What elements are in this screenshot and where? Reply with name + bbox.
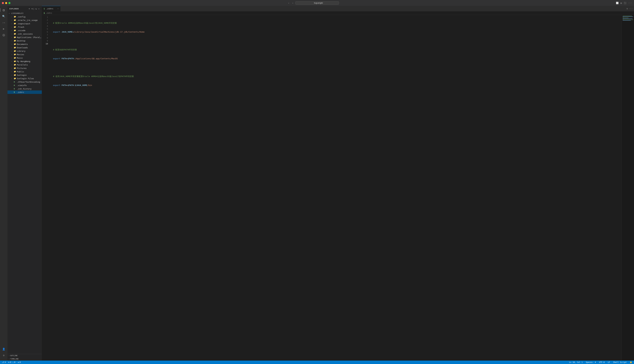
more-actions-icon[interactable]: ··· — [628, 2, 632, 4]
activity-item-settings[interactable]: ⚙ — [1, 352, 6, 358]
tree-item-zshrc[interactable]: › $ .zshrc — [8, 90, 42, 94]
split-editor-button[interactable]: ⊟ — [627, 8, 628, 10]
new-folder-icon[interactable]: +□ — [31, 7, 35, 10]
code-editor[interactable]: 1 2 3 4 5 6 7 8 9 10 # 配置Oracle ARM64位架构… — [42, 15, 634, 360]
tab-zshrc[interactable]: $ .zshrc × — [42, 6, 60, 11]
remote-status[interactable]: ⇄ 0 — [17, 361, 21, 364]
code-line-2: export JAVA_HOME=/Library/Java/JavaVirtu… — [50, 30, 622, 33]
tree-item-public[interactable]: › 📁 Public — [8, 70, 42, 73]
folder-icon: 📁 — [14, 53, 16, 56]
root-folder-label: LIUGUANGLEI — [11, 12, 42, 14]
close-button[interactable] — [2, 2, 4, 4]
activity-item-source-control[interactable]: ⧴ — [1, 20, 6, 25]
folder-icon: 📁 — [14, 74, 16, 76]
sidebar-header: EXPLORER + +□ ↻ – — [8, 6, 42, 12]
folder-arrow: › — [11, 26, 14, 28]
folder-arrow: › — [11, 36, 14, 38]
code-content[interactable]: # 配置Oracle ARM64位架构macOS版Java17的JAVA_HOM… — [50, 15, 622, 360]
language-label: Shell Script — [613, 361, 627, 364]
tree-item-documents[interactable]: › 📁 Documents — [8, 42, 42, 46]
tree-item-movies[interactable]: › 📁 Movies — [8, 53, 42, 56]
code-line-1: # 配置Oracle ARM64位架构macOS版Java17的JAVA_HOM… — [50, 22, 622, 24]
layout-sidebar-icon[interactable]: ⬛ — [624, 2, 626, 4]
more-actions-button[interactable]: ··· — [629, 8, 633, 10]
folder-arrow: › — [11, 50, 14, 52]
folder-label: .vscode — [17, 29, 42, 32]
folder-arrow: › — [11, 71, 14, 72]
keyword-export-2: export — [53, 57, 62, 60]
position-status[interactable]: Ln 10, Col 1 — [568, 361, 583, 364]
folder-icon: 📁 — [14, 50, 16, 52]
timeline-section[interactable]: › TIMELINE — [8, 357, 42, 360]
line-num-6: 6 — [46, 30, 48, 33]
tree-item-sunlogin[interactable]: › 📁 Sunlogin — [8, 73, 42, 77]
layout-icon[interactable]: ▤ — [620, 2, 622, 4]
tree-item-cfusertextencoding[interactable]: › ≡ .CFUserTextEncoding — [8, 80, 42, 84]
settings-icon: ⚙ — [3, 354, 4, 357]
tree-item-applications-parallels[interactable]: › 📁 Applications (Parallels) — [8, 36, 42, 39]
app-body: ◻ 🔍 ⧴ ▶ ⨁ 👤 ⚙ EXPLORER + + — [0, 6, 634, 360]
activity-item-extensions[interactable]: ⨁ — [1, 32, 6, 38]
global-search-input[interactable] — [295, 1, 339, 5]
spaces-status[interactable]: Spaces: 4 — [585, 361, 596, 364]
folder-label: Downloads — [17, 46, 42, 49]
tree-item-oracle[interactable]: › 📁 .oracle_jre_usage — [8, 18, 42, 22]
tree-item-sogou[interactable]: › 📁 .sogouinput — [8, 22, 42, 25]
tree-item-downloads[interactable]: › 📁 Downloads — [8, 46, 42, 49]
refresh-icon[interactable]: ↻ — [35, 7, 37, 10]
root-folder[interactable]: ▾ LIUGUANGLEI — [8, 12, 42, 15]
branch-status[interactable]: ⎇ X — [1, 361, 6, 364]
tree-item-sunlogin-files[interactable]: › 📁 Sunlogin Files — [8, 77, 42, 80]
folder-arrow: › — [11, 19, 14, 21]
tree-item-viminfo[interactable]: › ≡ .viminfo — [8, 84, 42, 87]
tree-item-zsh-sessions[interactable]: › 📁 .zsh_sessions — [8, 32, 42, 36]
tab-close-button[interactable]: × — [58, 8, 58, 10]
search-container: 🔍 — [295, 1, 339, 5]
activity-item-search[interactable]: 🔍 — [1, 14, 6, 19]
new-file-icon[interactable]: + — [28, 7, 30, 10]
line-num-7: 7 — [46, 33, 48, 36]
notification-status[interactable]: 🔔 — [629, 361, 633, 364]
activity-item-account[interactable]: 👤 — [1, 346, 6, 352]
tree-item-library[interactable]: › 📁 Library — [8, 49, 42, 53]
tree-item-pictures[interactable]: › 📁 Pictures — [8, 66, 42, 70]
minimap-line — [622, 16, 632, 16]
activity-item-explorer[interactable]: ◻ — [1, 7, 6, 13]
folder-arrow: › — [11, 54, 14, 55]
line-num-8: 8 — [46, 36, 48, 39]
tab-bar: $ .zshrc × ⊟ ··· — [42, 6, 634, 12]
minimap — [622, 15, 634, 360]
folder-arrow: › — [11, 40, 14, 42]
folder-label: .sogouinput — [17, 22, 42, 25]
line-ending-status[interactable]: LF — [607, 361, 610, 364]
tree-item-music[interactable]: › 📁 Music — [8, 56, 42, 60]
tree-item-mywangwang[interactable]: › 📁 My WangWang — [8, 60, 42, 63]
split-editor-icon[interactable]: ⬜ — [616, 2, 618, 4]
status-right: Ln 10, Col 1 Spaces: 4 UTF-8 LF Shell Sc… — [568, 361, 633, 364]
folder-icon: 📁 — [14, 46, 16, 49]
code-line-7: # 使用JAVA_HOME环境变量配置Oracle ARM64位架构macOS版… — [50, 75, 622, 78]
outline-section[interactable]: › OUTLINE — [8, 354, 42, 357]
tree-item-trash[interactable]: › 📁 .Trash — [8, 25, 42, 29]
notification-icon: 🔔 — [630, 361, 632, 364]
tree-item-vscode[interactable]: › 📁 .vscode — [8, 29, 42, 32]
nav-forward-button[interactable]: › — [292, 2, 294, 4]
tree-item-desktop[interactable]: › 📁 Desktop — [8, 39, 42, 42]
code-line-4: # 配置QQ的PATH环境变量 — [50, 48, 622, 51]
var-path-2: PATH — [62, 84, 66, 87]
activity-item-run[interactable]: ▶ — [1, 26, 6, 32]
line-num-1: 1 — [46, 16, 48, 18]
language-status[interactable]: Shell Script — [612, 361, 627, 364]
editor-toolbar: ⊟ ··· — [626, 6, 634, 11]
collapse-all-icon[interactable]: – — [38, 7, 40, 10]
tree-item-config[interactable]: › 📁 .config — [8, 15, 42, 18]
tree-item-parallels[interactable]: › 📁 Parallels — [8, 63, 42, 66]
maximize-button[interactable] — [8, 2, 10, 4]
minimize-button[interactable] — [5, 2, 7, 4]
encoding-status[interactable]: UTF-8 — [598, 361, 605, 364]
line-num-3: 3 — [46, 22, 48, 24]
line-num-2: 2 — [46, 18, 48, 22]
errors-status[interactable]: ⊗ 0 ⚠ 0 — [8, 361, 16, 364]
tree-item-zsh-history[interactable]: › ≡ .zsh_history — [8, 87, 42, 90]
nav-back-button[interactable]: ‹ — [287, 2, 290, 4]
